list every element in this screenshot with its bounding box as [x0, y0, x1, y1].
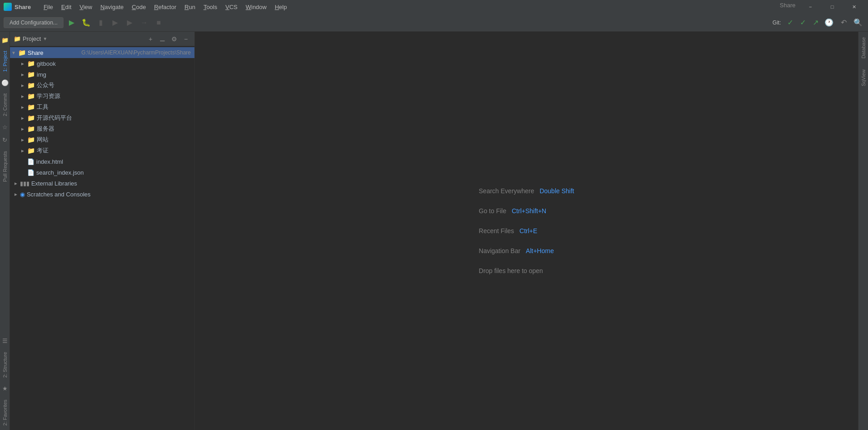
gitbook-folder-icon: 📁 — [27, 60, 35, 67]
project-dropdown-icon[interactable]: ▼ — [43, 36, 47, 41]
database-tab[interactable]: Database — [859, 32, 868, 64]
menu-window[interactable]: Window — [242, 2, 270, 12]
favorites-tab[interactable]: 2: Favorites — [1, 395, 9, 430]
title-bar: Share File Edit View Navigate Code Refac… — [0, 0, 868, 14]
menu-vcs[interactable]: VCS — [222, 2, 241, 12]
share-label: Share — [780, 2, 795, 12]
tree-item-external-libraries[interactable]: ► ▮▮▮ External Libraries — [10, 178, 194, 189]
root-name: Share — [28, 49, 79, 56]
kz-expand-icon: ► — [19, 148, 26, 153]
navigation-bar-shortcut[interactable]: Alt+Home — [526, 247, 554, 254]
menu-help[interactable]: Help — [271, 2, 291, 12]
kz-folder-icon: 📁 — [27, 147, 35, 154]
go-to-file-shortcut[interactable]: Ctrl+Shift+N — [512, 207, 546, 215]
editor-area: Search Everywhere Double Shift Go to Fil… — [195, 32, 858, 430]
tree-item-fwq[interactable]: ► 📁 服务器 — [10, 123, 194, 134]
tree-item-scratches-consoles[interactable]: ► ◉ Scratches and Consoles — [10, 189, 194, 200]
kydmpt-expand-icon: ► — [19, 116, 26, 121]
tree-item-search-json[interactable]: 📄 search_index.json — [10, 167, 194, 178]
commit-tab[interactable]: 2: Commit — [1, 89, 9, 121]
project-label: Project — [23, 35, 41, 42]
fwq-folder-icon: 📁 — [27, 125, 35, 132]
tree-item-index-html[interactable]: 📄 index.html — [10, 156, 194, 167]
git-checkmark-2[interactable]: ✓ — [797, 17, 808, 28]
project-panel-icon[interactable]: 📁 — [0, 35, 10, 44]
project-panel-header: 📁 Project ▼ + ⚊ ⚙ − — [10, 32, 194, 46]
close-button[interactable]: ✕ — [844, 0, 864, 14]
bookmark-icon[interactable]: ☆ — [0, 123, 10, 132]
gj-folder-icon: 📁 — [27, 103, 35, 111]
search-everywhere-shortcut[interactable]: Double Shift — [539, 187, 574, 195]
tree-item-xxzy[interactable]: ► 📁 学习资源 — [10, 91, 194, 102]
star-icon[interactable]: ★ — [0, 384, 10, 393]
kz-label: 考证 — [37, 147, 191, 155]
tree-item-kz[interactable]: ► 📁 考证 — [10, 145, 194, 156]
tree-item-gj[interactable]: ► 📁 工具 — [10, 102, 194, 112]
html-file-icon: 📄 — [27, 158, 34, 165]
git-clock-icon[interactable]: 🕐 — [823, 16, 835, 29]
tree-view: ▼ 📁 Share G:\Users\AIERXUAN\PycharmProje… — [10, 46, 194, 430]
img-expand-icon: ► — [19, 72, 26, 77]
right-tabs: Database SqView — [858, 32, 868, 430]
collapse-all-button[interactable]: ⚊ — [157, 34, 167, 44]
minimize-button[interactable]: − — [800, 0, 821, 14]
maximize-button[interactable]: □ — [822, 0, 843, 14]
settings-button[interactable]: ⚙ — [169, 34, 179, 44]
project-tab[interactable]: 1: Project — [1, 46, 9, 76]
window-title: Share — [15, 4, 31, 10]
app-icon — [4, 3, 12, 11]
go-to-file-row: Go to File Ctrl+Shift+N — [479, 207, 546, 215]
step-over-button[interactable]: → — [138, 16, 150, 29]
project-panel: 📁 Project ▼ + ⚊ ⚙ − ▼ 📁 Share G:\Users\A… — [10, 32, 195, 430]
tree-item-img[interactable]: ► 📁 img — [10, 69, 194, 80]
debug-button[interactable]: 🐛 — [80, 16, 92, 29]
add-configuration-button[interactable]: Add Configuration... — [4, 17, 63, 28]
tree-item-kydmpt[interactable]: ► 📁 开源代码平台 — [10, 112, 194, 123]
tree-item-wz[interactable]: ► 📁 网站 — [10, 134, 194, 145]
menu-refactor[interactable]: Refactor — [150, 2, 180, 12]
menu-run[interactable]: Run — [181, 2, 199, 12]
navigation-bar-row: Navigation Bar Alt+Home — [479, 247, 554, 254]
wz-expand-icon: ► — [19, 137, 26, 142]
commit-icon[interactable]: ⚪ — [0, 78, 10, 87]
stop-button[interactable]: ■ — [152, 16, 165, 29]
git-label: Git: — [772, 20, 781, 26]
menu-code[interactable]: Code — [128, 2, 150, 12]
search-everywhere-icon[interactable]: 🔍 — [852, 16, 864, 29]
wz-folder-icon: 📁 — [27, 136, 35, 143]
menu-file[interactable]: File — [40, 2, 57, 12]
gzh-expand-icon: ► — [19, 83, 26, 88]
coverage-button[interactable]: ▮ — [94, 16, 107, 29]
root-folder-icon: 📁 — [18, 49, 26, 56]
window-controls: − □ ✕ — [800, 0, 864, 14]
xxzy-expand-icon: ► — [19, 94, 26, 99]
drop-files-row: Drop files here to open — [479, 267, 543, 274]
add-new-button[interactable]: + — [145, 34, 155, 44]
recent-files-shortcut[interactable]: Ctrl+E — [519, 227, 537, 235]
run-with-coverage-button[interactable]: ▶ — [123, 16, 136, 29]
gj-expand-icon: ► — [19, 105, 26, 110]
structure-icon[interactable]: ☰ — [0, 337, 10, 346]
menu-tools[interactable]: Tools — [200, 2, 221, 12]
sqview-tab[interactable]: SqView — [859, 64, 868, 92]
tree-item-gzh[interactable]: ► 📁 公众号 — [10, 80, 194, 91]
git-undo-icon[interactable]: ↶ — [837, 16, 850, 29]
recent-files-row: Recent Files Ctrl+E — [479, 227, 537, 235]
git-checkmark-1[interactable]: ✓ — [785, 17, 795, 28]
profile-button[interactable]: ▶ — [109, 16, 121, 29]
tree-root[interactable]: ▼ 📁 Share G:\Users\AIERXUAN\PycharmProje… — [10, 47, 194, 58]
pull-requests-icon[interactable]: ↻ — [0, 136, 10, 145]
scratches-icon: ◉ — [20, 191, 25, 198]
git-push-icon[interactable]: ↗ — [810, 17, 821, 28]
pull-requests-tab[interactable]: Pull Requests — [1, 147, 9, 186]
tree-item-gitbook[interactable]: ► 📁 gitbook — [10, 58, 194, 69]
recent-files-text: Recent Files — [479, 227, 514, 235]
hide-panel-button[interactable]: − — [181, 34, 191, 44]
index-html-label: index.html — [36, 158, 191, 165]
menu-navigate[interactable]: Navigate — [97, 2, 127, 12]
menu-edit[interactable]: Edit — [58, 2, 75, 12]
menu-view[interactable]: View — [76, 2, 96, 12]
run-button[interactable]: ▶ — [65, 16, 78, 29]
structure-tab[interactable]: 2: Structure — [1, 347, 9, 382]
welcome-content: Search Everywhere Double Shift Go to Fil… — [479, 187, 574, 274]
